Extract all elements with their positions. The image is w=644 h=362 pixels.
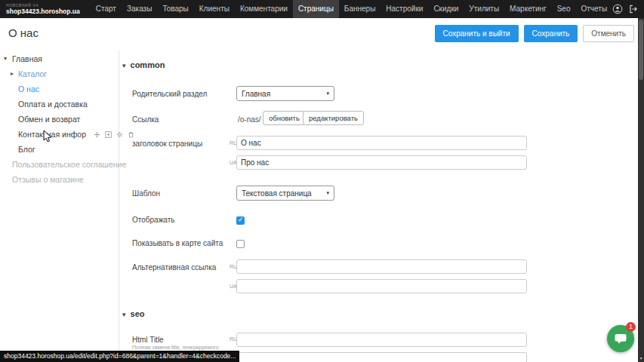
page-title-label: заголовок страницы	[132, 140, 202, 148]
topbar-icons	[612, 4, 639, 14]
move-icon[interactable]	[94, 131, 100, 138]
logo[interactable]: НОВОВНИЙ V4 shop34423.horoshop.ua	[6, 4, 80, 15]
logout-icon[interactable]	[628, 4, 639, 14]
page-title-ua-input[interactable]	[236, 155, 527, 170]
link-update-button[interactable]: обновить	[263, 111, 306, 125]
save-button[interactable]: Сохранить	[524, 25, 578, 42]
alt-link-label: Альтернативная ссылка	[132, 263, 216, 272]
menu-marketing[interactable]: Маркетинг	[504, 0, 552, 18]
caret-down-icon: ▾	[122, 62, 126, 69]
add-icon[interactable]	[105, 131, 112, 138]
template-select[interactable]: Текстовая страница ▾	[236, 186, 334, 201]
menu-settings[interactable]: Настройки	[381, 0, 428, 18]
menu-seo[interactable]: Seo	[552, 0, 576, 18]
tree-item-payment-delivery[interactable]: Оплата и доставка	[0, 97, 119, 112]
tree-item-label: Пользовательское соглашение	[12, 160, 126, 169]
tree-item-blog[interactable]: Блог	[0, 142, 119, 157]
section-label: seo	[131, 309, 145, 318]
parent-section-label: Родительский раздел	[132, 90, 207, 98]
html-title-hint: Полная замена title, генерируемого	[132, 345, 219, 350]
select-value: Главная	[242, 90, 270, 98]
html-title-label: Html Title	[132, 336, 164, 344]
menu-pages[interactable]: Страницы	[293, 0, 339, 18]
menu-start[interactable]: Старт	[91, 0, 122, 18]
link-value: /o-nas/	[238, 115, 261, 124]
tree-item-store-reviews[interactable]: Отзывы о магазине	[0, 172, 119, 187]
chevron-down-icon: ▾	[326, 190, 329, 196]
menu-discounts[interactable]: Скидки	[428, 0, 464, 18]
tree-item-label: Отзывы о магазине	[12, 175, 84, 184]
chat-widget-button[interactable]: 1	[607, 325, 634, 352]
alt-link-ru-input[interactable]	[236, 259, 527, 274]
pages-tree: ▾ Главная ▸ Каталог О нас Оплата и доста…	[0, 51, 119, 187]
caret-down-icon[interactable]: ▾	[4, 51, 7, 66]
alt-link-ua-input[interactable]	[236, 279, 527, 293]
page-title: О нас	[8, 26, 39, 39]
tree-item-catalog[interactable]: ▸ Каталог	[0, 66, 119, 81]
tree-item-label: Блог	[18, 145, 35, 154]
tree-item-label: Оплата и доставка	[18, 100, 88, 109]
tree-item-label: Контактная инфор	[18, 130, 86, 139]
tree-item-about[interactable]: О нас	[0, 81, 119, 97]
template-label: Шаблон	[132, 189, 160, 198]
chevron-down-icon: ▾	[326, 90, 329, 97]
menu-utilities[interactable]: Утилиты	[464, 0, 504, 18]
link-label: Ссылка	[132, 115, 159, 124]
tree-item-exchange-return[interactable]: Обмен и возврат	[0, 112, 119, 127]
tree-item-label: Обмен и возврат	[18, 115, 80, 124]
menu-products[interactable]: Товары	[157, 0, 193, 18]
scrollbar-thumb[interactable]	[639, 20, 643, 80]
html-title-ru-input[interactable]	[236, 333, 527, 347]
section-seo[interactable]: ▾seo	[122, 309, 145, 318]
menu-reports[interactable]: Отчеты	[576, 0, 613, 18]
page-header: О нас Сохранить и выйти Сохранить Отмени…	[0, 18, 638, 48]
tree-item-user-agreement[interactable]: Пользовательское соглашение	[0, 157, 119, 172]
main-menu: Старт Заказы Товары Клиенты Комментарии …	[91, 0, 612, 18]
menu-clients[interactable]: Клиенты	[194, 0, 235, 18]
chat-unread-badge: 1	[626, 322, 636, 332]
header-actions: Сохранить и выйти Сохранить Отменить	[435, 25, 635, 42]
tree-item-contact-info[interactable]: Контактная инфор	[0, 127, 119, 142]
caret-down-icon: ▾	[122, 311, 126, 318]
save-and-exit-button[interactable]: Сохранить и выйти	[435, 25, 519, 42]
logo-domain: shop34423.horoshop.ua	[6, 8, 80, 15]
cancel-button[interactable]: Отменить	[583, 25, 634, 42]
status-url-tooltip: shop34423.horoshop.ua/edit/edit.php?id=6…	[0, 351, 239, 362]
caret-right-icon[interactable]: ▸	[11, 66, 14, 81]
tree-item-main[interactable]: ▾ Главная	[0, 51, 119, 66]
tree-item-label: Каталог	[18, 69, 47, 78]
chat-icon	[614, 332, 627, 345]
tree-item-label: О нас	[18, 84, 39, 94]
sitemap-checkbox[interactable]	[236, 240, 245, 248]
logo-version: НОВОВНИЙ V4	[6, 4, 80, 8]
section-common[interactable]: ▾common	[122, 60, 165, 69]
section-label: common	[131, 60, 165, 69]
topbar: НОВОВНИЙ V4 shop34423.horoshop.ua Старт …	[0, 0, 644, 18]
tree-item-label: Главная	[12, 54, 42, 63]
page-edit-form: ▾common Родительский раздел Главная ▾ Сс…	[119, 47, 638, 362]
menu-orders[interactable]: Заказы	[122, 0, 157, 18]
html-title-ua-input[interactable]	[236, 352, 527, 362]
parent-section-select[interactable]: Главная ▾	[236, 86, 334, 101]
display-checkbox[interactable]	[236, 216, 245, 225]
menu-comments[interactable]: Комментарии	[235, 0, 293, 18]
link-edit-button[interactable]: редактировать	[303, 111, 364, 125]
select-value: Текстовая страница	[242, 189, 312, 198]
scrollbar-down-arrow[interactable]: ▾	[638, 355, 644, 360]
menu-banners[interactable]: Баннеры	[339, 0, 381, 18]
display-label: Отображать	[132, 216, 174, 224]
sitemap-label: Показывать в карте сайта	[132, 239, 223, 247]
page-title-ru-input[interactable]	[236, 136, 527, 150]
account-icon[interactable]	[612, 4, 623, 14]
page-scrollbar[interactable]: ▾	[638, 18, 644, 362]
